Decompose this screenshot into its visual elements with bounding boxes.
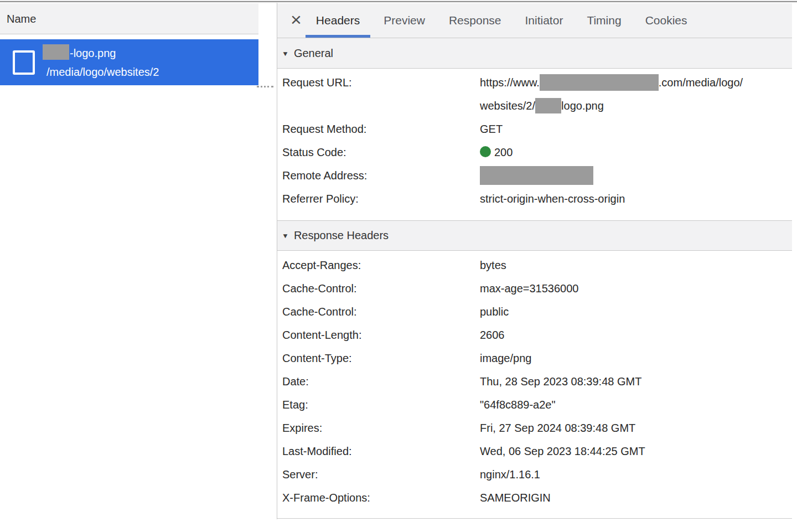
redacted-text (540, 74, 659, 91)
tab-preview[interactable]: Preview (384, 3, 425, 38)
tab-cookies[interactable]: Cookies (645, 3, 687, 38)
value-text: nginx/1.16.1 (480, 468, 540, 481)
header-row: Expires:Fri, 27 Sep 2024 08:39:48 GMT (277, 416, 792, 440)
header-row: Remote Address: (277, 164, 792, 187)
value-text: "64f8c889-a2e" (480, 399, 556, 411)
header-row: Server:nginx/1.16.1 (277, 463, 792, 486)
header-name: Server: (282, 463, 480, 486)
header-name: Accept-Ranges: (282, 254, 480, 277)
header-row: Cache-Control:max-age=31536000 (277, 277, 792, 300)
collapse-triangle-icon: ▼ (282, 232, 289, 240)
header-row: Etag:"64f8c889-a2e" (277, 393, 792, 416)
tab-headers[interactable]: Headers (316, 3, 360, 38)
row-resize-dots[interactable] (257, 86, 273, 87)
value-text: max-age=31536000 (480, 282, 578, 295)
section-title: Response Headers (294, 229, 389, 242)
header-row: Status Code:200 (277, 141, 792, 164)
redacted-text (535, 98, 561, 113)
header-row: Referrer Policy:strict-origin-when-cross… (277, 187, 792, 210)
header-value: 200 (480, 141, 792, 164)
devtools-top-edge (0, 0, 797, 2)
request-row-selected[interactable]: -logo.png /media/logo/websites/2 (0, 39, 258, 85)
tab-timing[interactable]: Timing (587, 3, 621, 38)
header-name: Remote Address: (282, 164, 480, 187)
header-name: X-Frame-Options: (282, 486, 480, 509)
value-text: .com/media/logo/ (659, 76, 743, 89)
section-body-general: Request URL:https://www..com/media/logo/… (277, 69, 792, 220)
request-path: /media/logo/websites/2 (43, 63, 159, 81)
header-value: SAMEORIGIN (480, 486, 792, 509)
header-value: bytes (480, 254, 792, 277)
value-text: bytes (480, 259, 506, 271)
section-body-response-headers: Accept-Ranges:bytesCache-Control:max-age… (277, 251, 792, 519)
redacted-text (43, 44, 69, 60)
value-text: image/png (480, 352, 531, 364)
request-list-panel: Name -logo.png /media/logo/websites/2 (0, 3, 258, 519)
details-panel-inner: × HeadersPreviewResponseInitiatorTimingC… (277, 3, 792, 519)
header-row: Content-Type:image/png (277, 347, 792, 370)
status-ok-dot-icon (480, 146, 491, 157)
header-name: Date: (282, 370, 480, 393)
request-details-panel: × HeadersPreviewResponseInitiatorTimingC… (277, 3, 797, 519)
header-name: Content-Type: (282, 347, 480, 370)
header-row: Last-Modified:Wed, 06 Sep 2023 18:44:25 … (277, 440, 792, 463)
value-text: SAMEORIGIN (480, 492, 551, 504)
header-value: image/png (480, 347, 792, 370)
tab-list: HeadersPreviewResponseInitiatorTimingCoo… (316, 3, 711, 38)
value-text: https://www. (480, 76, 540, 89)
header-name: Referrer Policy: (282, 187, 480, 210)
header-value: GET (480, 117, 792, 141)
header-row: Cache-Control:public (277, 300, 792, 323)
redacted-text (480, 166, 593, 185)
value-text: GET (480, 123, 503, 135)
section-header-response-headers[interactable]: ▼Response Headers (277, 220, 792, 251)
section-title: General (294, 47, 333, 60)
details-tab-bar: × HeadersPreviewResponseInitiatorTimingC… (277, 3, 792, 38)
value-text: Thu, 28 Sep 2023 08:39:48 GMT (480, 375, 641, 388)
header-name: Content-Length: (282, 323, 480, 347)
value-text: Wed, 06 Sep 2023 18:44:25 GMT (480, 445, 645, 457)
header-value: https://www..com/media/logo/websites/2/l… (480, 71, 792, 117)
header-value: max-age=31536000 (480, 277, 792, 300)
header-value: public (480, 300, 792, 323)
image-thumbnail-icon (13, 50, 35, 75)
header-name: Request URL: (282, 71, 480, 117)
header-row: Date:Thu, 28 Sep 2023 08:39:48 GMT (277, 370, 792, 393)
devtools-network-panel: Name -logo.png /media/logo/websites/2 × … (0, 0, 797, 532)
header-row: Request Method:GET (277, 117, 792, 141)
header-row: X-Frame-Options:SAMEORIGIN (277, 486, 792, 509)
header-value: strict-origin-when-cross-origin (480, 187, 792, 210)
value-text: Fri, 27 Sep 2024 08:39:48 GMT (480, 422, 635, 434)
request-text: -logo.png /media/logo/websites/2 (43, 44, 159, 81)
value-text: 200 (494, 146, 513, 158)
request-name: -logo.png (70, 44, 116, 63)
header-value: "64f8c889-a2e" (480, 393, 792, 416)
tab-response[interactable]: Response (449, 3, 501, 38)
header-row: Accept-Ranges:bytes (277, 254, 792, 277)
request-name-line: -logo.png (43, 44, 159, 63)
header-name: Cache-Control: (282, 277, 480, 300)
header-name: Etag: (282, 393, 480, 416)
header-value (480, 164, 792, 187)
header-name: Cache-Control: (282, 300, 480, 323)
header-row: Content-Length:2606 (277, 323, 792, 347)
header-sections: ▼GeneralRequest URL:https://www..com/med… (277, 38, 792, 519)
header-name: Last-Modified: (282, 440, 480, 463)
header-value: Thu, 28 Sep 2023 08:39:48 GMT (480, 370, 792, 393)
close-icon[interactable]: × (291, 10, 302, 29)
column-header-name[interactable]: Name (0, 3, 258, 34)
tab-initiator[interactable]: Initiator (525, 3, 563, 38)
header-row: Request URL:https://www..com/media/logo/… (277, 71, 792, 117)
value-text: public (480, 306, 509, 318)
value-text: 2606 (480, 329, 505, 341)
header-value: Fri, 27 Sep 2024 08:39:48 GMT (480, 416, 792, 440)
section-header-general[interactable]: ▼General (277, 38, 792, 69)
value-text: strict-origin-when-cross-origin (480, 193, 625, 205)
value-text: websites/2/ (480, 100, 535, 112)
header-name: Expires: (282, 416, 480, 440)
collapse-triangle-icon: ▼ (282, 49, 289, 57)
value-text: logo.png (561, 100, 604, 112)
header-name: Request Method: (282, 117, 480, 141)
header-value: Wed, 06 Sep 2023 18:44:25 GMT (480, 440, 792, 463)
header-name: Status Code: (282, 141, 480, 164)
